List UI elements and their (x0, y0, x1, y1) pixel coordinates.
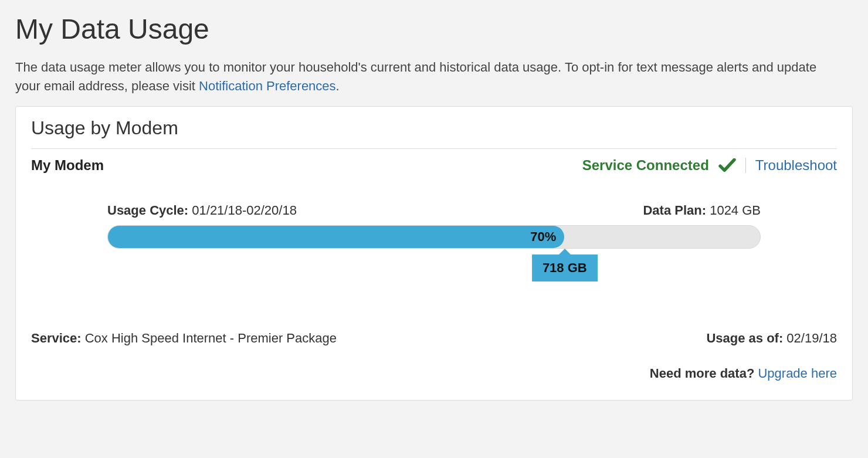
service-value: Cox High Speed Internet - Premier Packag… (85, 331, 337, 345)
intro-text: The data usage meter allows you to monit… (15, 58, 836, 96)
service-label: Service: (31, 331, 85, 345)
progress-track: 70% (107, 225, 761, 249)
intro-suffix: . (336, 79, 340, 93)
need-more-label: Need more data? (650, 366, 758, 381)
usage-cycle: Usage Cycle: 01/21/18-02/20/18 (107, 203, 297, 218)
notification-preferences-link[interactable]: Notification Preferences (199, 79, 336, 93)
modem-header-row: My Modem Service Connected Troubleshoot (31, 157, 837, 174)
troubleshoot-link[interactable]: Troubleshoot (755, 157, 837, 174)
service-row: Service: Cox High Speed Internet - Premi… (31, 331, 837, 346)
checkmark-icon (718, 158, 736, 172)
upgrade-row: Need more data? Upgrade here (31, 366, 837, 381)
usage-card: Usage by Modem My Modem Service Connecte… (15, 106, 853, 401)
intro-prefix: The data usage meter allows you to monit… (15, 60, 816, 93)
usage-cycle-label: Usage Cycle: (107, 203, 192, 218)
upgrade-link[interactable]: Upgrade here (758, 366, 837, 381)
usage-asof: Usage as of: 02/19/18 (706, 331, 837, 346)
progress-fill (108, 226, 564, 248)
meter-header: Usage Cycle: 01/21/18-02/20/18 Data Plan… (107, 203, 761, 218)
asof-label: Usage as of: (706, 331, 786, 345)
vertical-divider (745, 158, 746, 173)
service-info: Service: Cox High Speed Internet - Premi… (31, 331, 337, 346)
modem-status-group: Service Connected Troubleshoot (582, 157, 837, 174)
data-plan: Data Plan: 1024 GB (643, 203, 761, 218)
card-title: Usage by Modem (31, 117, 837, 139)
data-plan-label: Data Plan: (643, 203, 710, 218)
modem-name: My Modem (31, 157, 104, 174)
page-title: My Data Usage (15, 13, 853, 45)
progress-percent-text: 70% (530, 226, 564, 248)
divider-line (31, 148, 837, 149)
service-status-text: Service Connected (582, 157, 709, 174)
usage-callout: 718 GB (532, 255, 598, 281)
usage-meter: Usage Cycle: 01/21/18-02/20/18 Data Plan… (31, 203, 837, 290)
data-plan-value: 1024 GB (710, 203, 761, 218)
usage-cycle-value: 01/21/18-02/20/18 (192, 203, 297, 218)
asof-value: 02/19/18 (786, 331, 837, 345)
callout-wrapper: 718 GB (107, 255, 761, 290)
